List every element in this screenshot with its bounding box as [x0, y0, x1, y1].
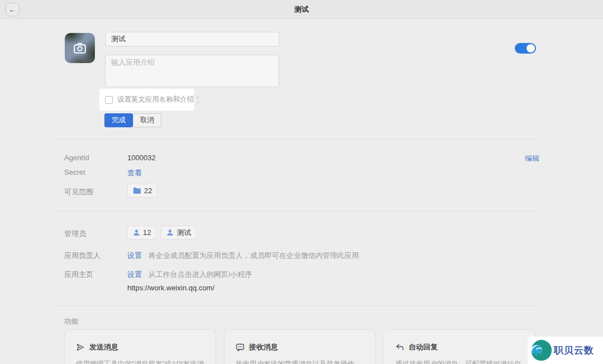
- person-icon: [166, 229, 174, 236]
- feature-card-auto-reply[interactable]: 自动回复 通过接收用户的消息，可配置规则进行自动回复: [384, 329, 535, 364]
- camera-icon: [73, 41, 87, 55]
- agentid-value: 1000032: [127, 154, 156, 162]
- feature-card-receive-message[interactable]: 接收消息 接收用户发送的普通消息以及菜单操作、外部联系人变更等事件消息: [224, 329, 376, 364]
- divider: [54, 138, 538, 139]
- person-icon: [133, 229, 140, 236]
- visible-range-label: 可见范围: [64, 187, 93, 197]
- secret-label: Secret: [64, 168, 85, 176]
- owner-set-link[interactable]: 设置: [127, 251, 142, 260]
- agentid-label: AgentId: [64, 154, 89, 162]
- feature-card-desc: 使用管理工具中的"消息群发"或API发送消息: [76, 359, 204, 364]
- divider: [54, 211, 538, 212]
- owner-desc: 将企业成员配置为应用负责人，成员即可在企业微信内管理此应用: [149, 251, 359, 260]
- toggle-knob: [527, 44, 535, 52]
- back-arrow-icon: ←: [8, 5, 16, 14]
- owner-label: 应用负责人: [64, 251, 100, 261]
- homepage-url[interactable]: https://work.weixin.qq.com/: [127, 284, 214, 292]
- admin-chip[interactable]: 测试: [161, 226, 197, 240]
- homepage-desc: 从工作台点击进入的网页/小程序: [149, 270, 252, 279]
- divider: [54, 305, 538, 306]
- english-name-checkbox[interactable]: [105, 96, 113, 104]
- feature-card-title: 发送消息: [89, 342, 118, 352]
- edit-link[interactable]: 编辑: [525, 154, 539, 164]
- feature-card-desc: 通过接收用户的消息，可配置规则进行自动回复: [395, 359, 524, 364]
- feature-card-send-message[interactable]: 发送消息 使用管理工具中的"消息群发"或API发送消息: [64, 329, 216, 364]
- admin-label: 管理员: [64, 229, 86, 239]
- features-label: 功能: [64, 317, 78, 327]
- admin-chip-label: 测试: [176, 228, 191, 238]
- app-logo-upload[interactable]: [65, 33, 95, 63]
- watermark-text: 职贝云数: [554, 344, 594, 357]
- folder-icon: [133, 187, 141, 194]
- admin-chip-label: 12: [143, 228, 151, 237]
- feature-cards: 发送消息 使用管理工具中的"消息群发"或API发送消息 接收消息 接收用户发送的…: [64, 329, 535, 364]
- back-button[interactable]: ←: [6, 3, 19, 16]
- cancel-button[interactable]: 取消: [133, 113, 161, 127]
- watermark: 职贝云数: [528, 337, 603, 364]
- app-enabled-toggle[interactable]: [515, 43, 536, 54]
- receive-message-icon: [236, 343, 245, 352]
- app-name-input[interactable]: [105, 32, 279, 46]
- feature-card-title: 自动回复: [409, 342, 438, 352]
- app-intro-textarea[interactable]: [105, 55, 279, 87]
- auto-reply-icon: [395, 343, 404, 352]
- page-title: 测试: [294, 4, 309, 15]
- feature-card-desc: 接收用户发送的普通消息以及菜单操作、外部联系人变更等事件消息: [236, 359, 364, 364]
- english-name-option-row: 设置英文应用名称和介绍 i: [99, 89, 194, 111]
- homepage-label: 应用主页: [64, 270, 93, 280]
- done-button[interactable]: 完成: [104, 113, 133, 127]
- top-bar: ← 测试: [0, 0, 603, 19]
- visible-range-count: 22: [144, 186, 152, 195]
- secret-view-link[interactable]: 查看: [127, 168, 142, 178]
- english-name-checkbox-label: 设置英文应用名称和介绍: [117, 95, 194, 104]
- feature-card-title: 接收消息: [249, 342, 278, 352]
- visible-range-chip[interactable]: 22: [127, 184, 157, 198]
- info-icon[interactable]: i: [197, 96, 199, 103]
- watermark-logo-icon: [530, 339, 553, 362]
- homepage-set-link[interactable]: 设置: [127, 270, 142, 279]
- send-message-icon: [76, 343, 85, 352]
- admin-chip[interactable]: 12: [127, 226, 156, 240]
